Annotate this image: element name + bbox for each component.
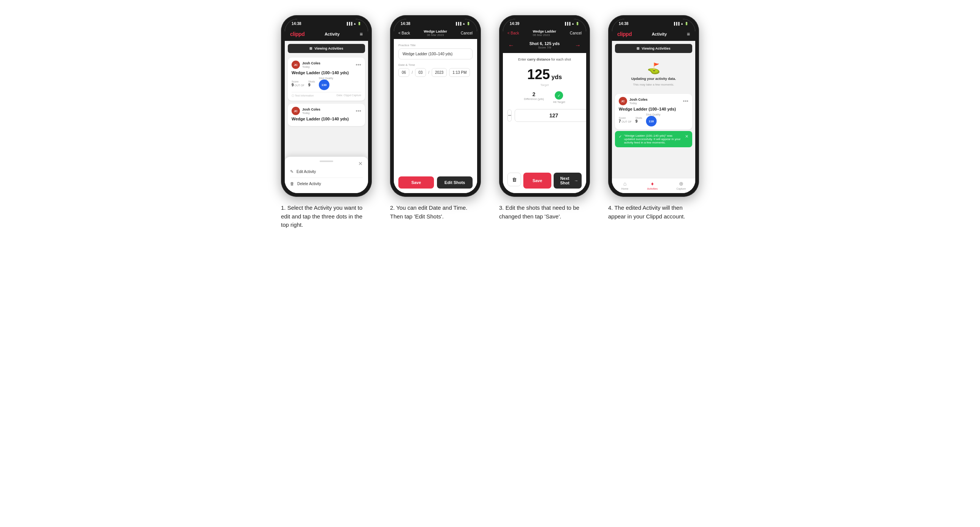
bottom-sheet-1: ✕ ✎ Edit Activity 🗑 Delete Activity bbox=[285, 157, 368, 193]
menu-icon-4[interactable]: ≡ bbox=[687, 31, 690, 37]
caption-2: 2. You can edit Date and Time. Then tap … bbox=[390, 204, 481, 221]
viewing-activities-bar-4: ⊞ Viewing Activities bbox=[615, 44, 692, 53]
shot-distance: 125 yds bbox=[527, 67, 562, 83]
capture-icon: ⊕ bbox=[679, 181, 684, 187]
time-field[interactable]: 1:13 PM bbox=[449, 68, 470, 77]
date-day[interactable]: 06 bbox=[398, 68, 409, 77]
shot-quality-badge-4: 118 bbox=[646, 116, 657, 127]
sheet-close-icon[interactable]: ✕ bbox=[358, 160, 363, 167]
shot-quality-badge-1: 130 bbox=[319, 79, 329, 90]
card-stats-1: Score 9 OUT OF Shots 9 bbox=[291, 77, 361, 90]
golf-icon: ⛳ bbox=[647, 62, 660, 75]
phone3-container: 14:39 ▐▐▐ ▲ 🔋 < Back Wedge Ladder 06 Mar… bbox=[495, 15, 594, 221]
activity-card-2: JC Josh Coles Today ••• Wedge Ladder (10… bbox=[288, 104, 365, 126]
status-bar-1: 14:38 ▐▐▐ ▲ 🔋 bbox=[285, 19, 368, 27]
delete-shot-button[interactable]: 🗑 bbox=[508, 173, 521, 186]
avatar-1: JC bbox=[291, 60, 300, 69]
save-shot-button[interactable]: Save bbox=[523, 173, 551, 189]
next-shot-button[interactable]: Next Shot → bbox=[554, 173, 582, 189]
phone4-container: 14:38 ▐▐▐ ▲ 🔋 clippd Activity ≡ ⊞ Viewin bbox=[605, 15, 703, 221]
caption-4: 4. The edited Activity will then appear … bbox=[608, 204, 699, 221]
sheet-handle bbox=[320, 160, 333, 162]
trash-icon: 🗑 bbox=[290, 181, 294, 186]
status-bar-4: 14:38 ▐▐▐ ▲ 🔋 bbox=[612, 19, 695, 27]
status-bar-2: 14:38 ▐▐▐ ▲ 🔋 bbox=[394, 19, 477, 27]
shot-screen-3: Enter carry distance for each shot 125 y… bbox=[503, 53, 586, 193]
nav-title-1: Activity bbox=[325, 32, 340, 37]
phone1: 14:38 ▐▐▐ ▲ 🔋 clippd Activity ≡ ⊞ bbox=[281, 15, 372, 197]
success-toast: ✓ "Wedge Ladder (100–140 yds)" was updat… bbox=[615, 131, 692, 147]
home-icon: ⌂ bbox=[623, 181, 626, 187]
form-nav-2: < Back Wedge Ladder 06 Mar 2023 Cancel bbox=[394, 27, 477, 39]
card-header-1: JC Josh Coles Today ••• bbox=[291, 60, 361, 69]
date-year[interactable]: 2023 bbox=[432, 68, 447, 77]
avatar-4: JC bbox=[619, 97, 627, 105]
viewing-activities-bar-1: ⊞ Viewing Activities bbox=[288, 44, 365, 53]
caption-1: 1. Select the Activity you want to edit … bbox=[281, 204, 372, 229]
form-body-2: Practice Title Date & Time 06 / 03 / 202… bbox=[394, 39, 477, 173]
next-shot-arrow[interactable]: → bbox=[575, 42, 581, 49]
date-time-row: 06 / 03 / 2023 1:13 PM bbox=[398, 68, 473, 77]
back-button-2[interactable]: < Back bbox=[398, 31, 410, 35]
minus-button[interactable]: − bbox=[508, 110, 512, 122]
phone2: 14:38 ▐▐▐ ▲ 🔋 < Back Wedge Ladder 06 Mar… bbox=[390, 15, 481, 197]
shot-body-3: Enter carry distance for each shot 125 y… bbox=[503, 53, 586, 170]
updating-section: ⛳ Updating your activity data. This may … bbox=[612, 56, 695, 92]
date-month[interactable]: 03 bbox=[415, 68, 426, 77]
phone3: 14:39 ▐▐▐ ▲ 🔋 < Back Wedge Ladder 06 Mar… bbox=[499, 15, 590, 197]
bottom-tab-bar: ⌂ Home ♦ Activities ⊕ Capture bbox=[612, 178, 695, 193]
shot-input-row: − + bbox=[508, 109, 582, 122]
nav-title-4: Activity bbox=[652, 32, 667, 37]
status-icons-1: ▐▐▐ ▲ 🔋 bbox=[346, 22, 361, 25]
tab-activities[interactable]: ♦ Activities bbox=[647, 181, 658, 190]
cancel-button-3[interactable]: Cancel bbox=[570, 31, 582, 35]
edit-icon: ✎ bbox=[290, 169, 293, 174]
card-footer-1: ⓘ Test Information Data: Clippd Capture bbox=[291, 92, 361, 98]
time-1: 14:38 bbox=[291, 22, 301, 26]
check-icon: ✓ bbox=[619, 134, 622, 138]
phone4-content: ⊞ Viewing Activities ⛳ Updating your act… bbox=[612, 41, 695, 193]
shot-footer-3: 🗑 Save Next Shot → bbox=[503, 170, 586, 193]
shot-distance-input[interactable] bbox=[515, 109, 586, 122]
shot-instruction: Enter carry distance for each shot bbox=[518, 57, 571, 61]
status-bar-3: 14:39 ▐▐▐ ▲ 🔋 bbox=[503, 19, 586, 27]
logo-1: clippd bbox=[290, 31, 304, 37]
phone1-container: 14:38 ▐▐▐ ▲ 🔋 clippd Activity ≡ ⊞ bbox=[277, 15, 375, 229]
hit-target-icon: ✓ bbox=[555, 91, 563, 100]
more-dots-2[interactable]: ••• bbox=[356, 108, 361, 114]
menu-icon-1[interactable]: ≡ bbox=[360, 31, 363, 37]
card-date-1: Today bbox=[302, 65, 320, 68]
avatar-2: JC bbox=[291, 107, 300, 115]
toast-close-icon[interactable]: ✕ bbox=[685, 134, 689, 139]
shot-stats-row: 2 Difference (yds) ✓ Hit Target bbox=[524, 91, 565, 104]
form-screen-2: Practice Title Date & Time 06 / 03 / 202… bbox=[394, 39, 477, 193]
delete-activity-item[interactable]: 🗑 Delete Activity bbox=[290, 178, 363, 189]
nav-bar-4: clippd Activity ≡ bbox=[612, 27, 695, 41]
phones-row: 14:38 ▐▐▐ ▲ 🔋 clippd Activity ≡ ⊞ bbox=[277, 15, 703, 229]
tab-home[interactable]: ⌂ Home bbox=[621, 181, 628, 190]
phone2-screen: 14:38 ▐▐▐ ▲ 🔋 < Back Wedge Ladder 06 Mar… bbox=[394, 19, 477, 193]
screen-content-1: ⊞ Viewing Activities JC Josh Coles Today bbox=[285, 41, 368, 193]
edit-shots-button[interactable]: Edit Shots bbox=[437, 176, 473, 189]
tab-capture[interactable]: ⊕ Capture bbox=[676, 181, 686, 190]
activities-icon: ♦ bbox=[651, 181, 654, 187]
card-title-1: Wedge Ladder (100–140 yds) bbox=[291, 70, 361, 75]
more-dots-1[interactable]: ••• bbox=[356, 62, 361, 67]
phone3-screen: 14:39 ▐▐▐ ▲ 🔋 < Back Wedge Ladder 06 Mar… bbox=[503, 19, 586, 193]
more-dots-4[interactable]: ••• bbox=[683, 98, 689, 104]
logo-4: clippd bbox=[617, 31, 632, 37]
prev-shot-arrow[interactable]: ← bbox=[508, 42, 514, 49]
edit-activity-item[interactable]: ✎ Edit Activity bbox=[290, 166, 363, 178]
shot-header-3: ← Shot 6, 125 yds Score 7/9 → bbox=[503, 39, 586, 53]
phone1-screen: 14:38 ▐▐▐ ▲ 🔋 clippd Activity ≡ ⊞ bbox=[285, 19, 368, 193]
shot-nav-3: < Back Wedge Ladder 06 Mar 2023 Cancel bbox=[503, 27, 586, 39]
activity-card-4: JC Josh Coles Today ••• Wedge Ladder (10… bbox=[615, 94, 692, 130]
back-button-3[interactable]: < Back bbox=[508, 31, 519, 35]
practice-title-input[interactable] bbox=[398, 48, 473, 59]
form-footer-2: Save Edit Shots bbox=[394, 173, 477, 193]
nav-bar-1: clippd Activity ≡ bbox=[285, 27, 368, 41]
phone2-container: 14:38 ▐▐▐ ▲ 🔋 < Back Wedge Ladder 06 Mar… bbox=[386, 15, 485, 221]
cancel-button-2[interactable]: Cancel bbox=[461, 31, 473, 35]
user-name-1: Josh Coles bbox=[302, 61, 320, 65]
save-button-2[interactable]: Save bbox=[398, 176, 434, 189]
